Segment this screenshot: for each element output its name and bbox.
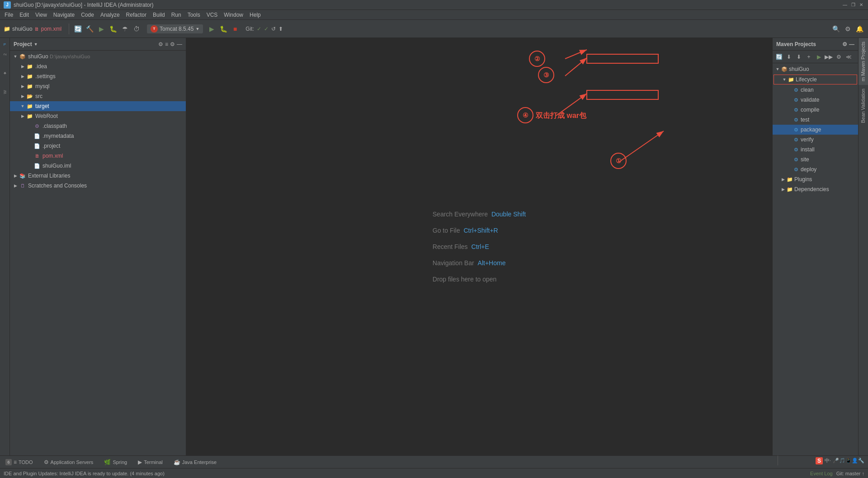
maven-item-clean[interactable]: ▶ ⚙ clean	[773, 85, 858, 95]
maven-item-compile[interactable]: ▶ ⚙ compile	[773, 105, 858, 115]
profile-button[interactable]: ⏱	[132, 24, 142, 34]
maven-refresh-btn[interactable]: 🔄	[774, 52, 783, 61]
close-button[interactable]: ✕	[858, 2, 864, 8]
tree-item-src[interactable]: ▶ 📂 src	[10, 91, 186, 101]
vtab-bean-validation[interactable]: Bean Validation	[859, 85, 868, 127]
menu-code[interactable]: Code	[78, 11, 97, 19]
tree-item-settings[interactable]: ▶ 📁 .settings	[10, 71, 186, 81]
debug-tomcat-button[interactable]: 🐛	[218, 24, 228, 34]
tree-item-target[interactable]: ▼ 📁 target	[10, 101, 186, 111]
maven-item-plugins[interactable]: ▶ 📁 Plugins	[773, 174, 858, 184]
menu-tools[interactable]: Tools	[185, 11, 203, 19]
tab-todo[interactable]: 6 ≡ TODO	[4, 458, 35, 466]
tree-item-pomxml[interactable]: ▶ 🗎 pom.xml	[10, 151, 186, 161]
maven-item-package[interactable]: ▶ ⚙ package	[773, 125, 858, 135]
tree-item-webroot[interactable]: ▶ 📁 WebRoot	[10, 111, 186, 121]
maven-item-site[interactable]: ▶ ⚙ site	[773, 155, 858, 164]
tree-item-shuiguo[interactable]: ▼ 📦 shuiGuo D:\javayx\shuiGuo	[10, 52, 186, 61]
structure-tool-button[interactable]: 2	[0, 50, 9, 59]
maven-item-verify[interactable]: ▶ ⚙ verify	[773, 135, 858, 145]
run-button[interactable]: ▶	[96, 24, 106, 34]
arrow-icon: ▼	[774, 66, 781, 72]
tab-spring[interactable]: 🌿 Spring	[102, 458, 129, 466]
sync-button[interactable]: 🔄	[73, 24, 83, 34]
maven-item-install[interactable]: ▶ ⚙ install	[773, 145, 858, 155]
coverage-button[interactable]: ☂	[120, 24, 130, 34]
arrow-icon: ▶	[26, 122, 33, 130]
tab-java-enterprise[interactable]: ☕ Java Enterprise	[172, 458, 218, 466]
favorites-tool-button[interactable]: ★	[0, 69, 9, 78]
maven-item-deploy[interactable]: ▶ ⚙ deploy	[773, 164, 858, 174]
tomcat-icon: T	[151, 25, 158, 33]
hint-navbar: Navigation Bar Alt+Home	[433, 259, 506, 267]
deps-icon: 📁	[786, 186, 793, 193]
tree-item-classpath[interactable]: ▶ ⚙ .classpath	[10, 121, 186, 131]
tomcat-config[interactable]: T Tomcat 8.5.45 ▼	[147, 24, 203, 33]
tree-item-idea[interactable]: ▶ 📁 .idea	[10, 61, 186, 71]
tab-terminal[interactable]: ▶ Terminal	[136, 458, 165, 466]
menu-vcs[interactable]: VCS	[204, 11, 221, 19]
maven-download-btn[interactable]: ⬇	[784, 52, 793, 61]
git-push-button[interactable]: ⬆	[278, 26, 283, 32]
menu-refactor[interactable]: Refactor	[123, 11, 149, 19]
web-tool-button[interactable]: W	[0, 88, 9, 97]
arrow-icon: ▶	[26, 132, 33, 140]
tab-app-servers[interactable]: ⚙ Application Servers	[42, 458, 95, 466]
panel-dropdown-icon[interactable]: ▼	[34, 42, 38, 47]
maven-toggle-btn[interactable]: ⚙	[834, 52, 843, 61]
vtab-maven[interactable]: m Maven Projects	[859, 38, 868, 85]
arrow-icon: ▶	[19, 63, 26, 70]
settings-button[interactable]: ⚙	[843, 24, 853, 34]
minimize-button[interactable]: —	[842, 2, 848, 8]
maven-item-shuiguo[interactable]: ▼ 📦 shuiGuo	[773, 64, 858, 74]
notifications-button[interactable]: 🔔	[854, 24, 864, 34]
tree-item-mysql[interactable]: ▶ 📁 mysql	[10, 81, 186, 91]
panel-close-icon[interactable]: —	[177, 41, 182, 47]
maven-settings-icon[interactable]: ⚙	[842, 41, 847, 47]
tree-item-scratches[interactable]: ▶ 🗒 Scratches and Consoles	[10, 181, 186, 191]
menu-analyze[interactable]: Analyze	[98, 11, 123, 19]
hint-goto-label: Go to File	[433, 227, 460, 234]
panel-settings-icon[interactable]: ⚙	[158, 41, 163, 47]
event-log-label[interactable]: Event Log	[810, 471, 833, 476]
run-tomcat-button[interactable]: ▶	[207, 24, 217, 34]
menu-file[interactable]: File	[2, 11, 16, 19]
menu-edit[interactable]: Edit	[17, 11, 32, 19]
maven-collapse-btn[interactable]: ≪	[844, 52, 853, 61]
maven-add-btn[interactable]: +	[804, 52, 813, 61]
panel-gear-icon[interactable]: ⚙	[170, 41, 175, 47]
panel-layout-icon[interactable]: ≡	[165, 41, 168, 47]
folder-icon: 📁	[26, 112, 33, 120]
maven-item-test[interactable]: ▶ ⚙ test	[773, 115, 858, 125]
git-history-button[interactable]: ↺	[271, 26, 276, 32]
maven-run2-btn[interactable]: ▶▶	[824, 52, 833, 61]
tree-item-project[interactable]: ▶ 📄 .project	[10, 141, 186, 151]
menu-run[interactable]: Run	[169, 11, 184, 19]
hint-drop-label: Drop files here to open	[433, 276, 497, 283]
maven-run-btn[interactable]: ▶	[814, 52, 823, 61]
maven-download-src-btn[interactable]: ⬇	[794, 52, 803, 61]
project-tool-button[interactable]: P	[0, 40, 9, 49]
scratch-icon: 🗒	[19, 182, 26, 189]
stop-button[interactable]: ■	[230, 24, 240, 34]
maven-item-dependencies[interactable]: ▶ 📁 Dependencies	[773, 184, 858, 194]
maven-item-lifecycle[interactable]: ▼ 📁 Lifecycle	[774, 75, 857, 84]
maven-close-icon[interactable]: —	[849, 41, 854, 47]
maven-item-validate[interactable]: ▶ ⚙ validate	[773, 95, 858, 105]
menu-view[interactable]: View	[33, 11, 50, 19]
debug-button[interactable]: 🐛	[108, 24, 118, 34]
restore-button[interactable]: ❐	[850, 2, 856, 8]
arrow-icon: ▶	[19, 83, 26, 90]
menu-navigate[interactable]: Navigate	[51, 11, 77, 19]
search-everywhere-button[interactable]: 🔍	[831, 24, 841, 34]
tree-item-iml[interactable]: ▶ 📄 shuiGuo.iml	[10, 161, 186, 171]
bottom-bar: 6 ≡ TODO ⚙ Application Servers 🌿 Spring …	[0, 455, 868, 468]
window-controls[interactable]: — ❐ ✕	[842, 2, 864, 8]
menu-help[interactable]: Help	[247, 11, 264, 19]
menu-build[interactable]: Build	[150, 11, 168, 19]
tree-item-external-libs[interactable]: ▶ 📚 External Libraries	[10, 171, 186, 181]
build-button[interactable]: 🔨	[85, 24, 94, 34]
tree-item-mymetadata[interactable]: ▶ 📄 .mymetadata	[10, 131, 186, 141]
menu-window[interactable]: Window	[221, 11, 246, 19]
tomcat-dropdown-icon[interactable]: ▼	[195, 27, 199, 31]
